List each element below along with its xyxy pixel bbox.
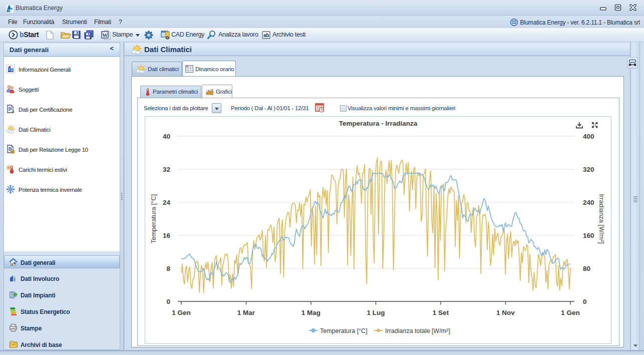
svg-text:320: 320 — [583, 166, 594, 173]
svg-text:24: 24 — [163, 199, 171, 206]
svg-text:400: 400 — [583, 133, 594, 140]
svg-text:160: 160 — [583, 232, 594, 239]
svg-text:1 Nov: 1 Nov — [496, 309, 515, 316]
svg-text:40: 40 — [163, 133, 170, 140]
svg-text:1 Gen: 1 Gen — [561, 309, 580, 316]
svg-text:Temperatura [°C]: Temperatura [°C] — [150, 194, 157, 243]
svg-text:16: 16 — [163, 232, 171, 239]
svg-text:1 Mag: 1 Mag — [301, 309, 320, 316]
svg-text:0: 0 — [166, 298, 170, 305]
svg-text:Temperatura [°C]: Temperatura [°C] — [320, 327, 368, 334]
svg-text:1 Set: 1 Set — [433, 309, 449, 316]
svg-text:Irradianza totale [W/m²]: Irradianza totale [W/m²] — [385, 327, 450, 334]
svg-text:80: 80 — [583, 265, 590, 272]
svg-text:ab: ab — [263, 33, 269, 38]
svg-text:0: 0 — [583, 298, 587, 305]
svg-text:32: 32 — [163, 166, 170, 173]
svg-text:240: 240 — [583, 199, 594, 206]
svg-text:8: 8 — [166, 265, 170, 272]
svg-text:W: W — [102, 32, 108, 38]
svg-text:1 Gen: 1 Gen — [172, 309, 191, 316]
svg-text:Temperatura - Irradianza: Temperatura - Irradianza — [339, 120, 418, 127]
svg-text:Irradianza [W/m²]: Irradianza [W/m²] — [598, 194, 605, 244]
svg-text:1 Lug: 1 Lug — [367, 309, 385, 316]
svg-text:1 Mar: 1 Mar — [237, 309, 255, 316]
